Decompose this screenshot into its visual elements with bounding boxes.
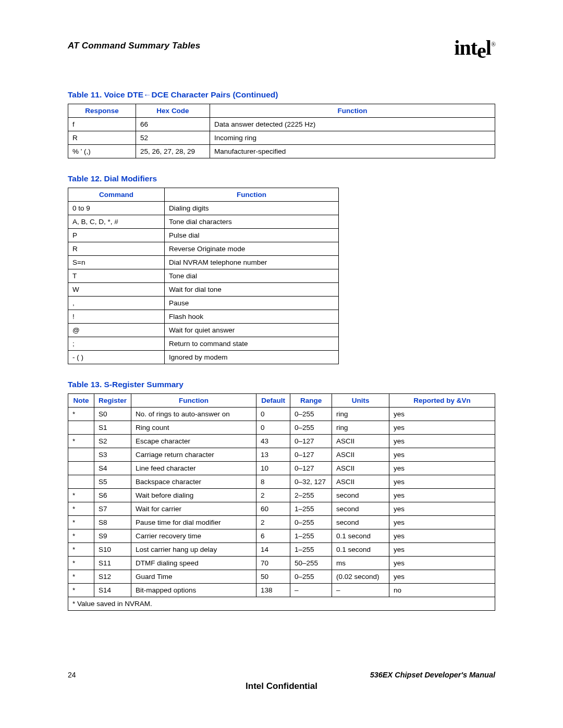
cell-hex: 25, 26, 27, 28, 29 bbox=[136, 145, 210, 158]
cell-units: second bbox=[332, 516, 389, 529]
cell-register: S14 bbox=[94, 584, 131, 597]
cell-register: S7 bbox=[94, 502, 131, 516]
cell-reported: yes bbox=[389, 421, 495, 435]
cell-note: * bbox=[68, 529, 94, 543]
cell-units: (0.02 second) bbox=[332, 570, 389, 584]
page-footer: 24 536EX Chipset Developer's Manual Inte… bbox=[68, 671, 495, 692]
cell-units: ring bbox=[332, 408, 389, 421]
col-reported: Reported by &Vn bbox=[389, 394, 495, 408]
cell-note: * bbox=[68, 557, 94, 570]
cell-note: * bbox=[68, 435, 94, 448]
confidential-label: Intel Confidential bbox=[68, 681, 495, 692]
table-row: *S11DTMF dialing speed7050–255msyes bbox=[68, 557, 495, 570]
table-row: S1Ring count00–255ringyes bbox=[68, 421, 495, 435]
cell-register: S11 bbox=[94, 557, 131, 570]
cell-hex: 52 bbox=[136, 131, 210, 145]
table-row: *S8Pause time for dial modifier20–255sec… bbox=[68, 516, 495, 529]
cell-register: S2 bbox=[94, 435, 131, 448]
table-row: RReverse Originate mode bbox=[68, 242, 339, 256]
section-title: AT Command Summary Tables bbox=[68, 41, 200, 51]
doc-title: 536EX Chipset Developer's Manual bbox=[370, 671, 495, 679]
table-row: @Wait for quiet answer bbox=[68, 324, 339, 337]
cell-register: S0 bbox=[94, 408, 131, 421]
cell-function: Tone dial bbox=[165, 269, 339, 283]
table-row: *S14Bit-mapped options138––no bbox=[68, 584, 495, 597]
cell-command: - ( ) bbox=[68, 351, 165, 364]
cell-note: * bbox=[68, 516, 94, 529]
cell-note bbox=[68, 448, 94, 462]
table-row: R52Incoming ring bbox=[68, 131, 495, 145]
cell-response: R bbox=[68, 131, 136, 145]
cell-default: 13 bbox=[256, 448, 290, 462]
cell-function: Return to command state bbox=[165, 337, 339, 351]
cell-function: Ring count bbox=[131, 421, 256, 435]
table-row: *S10Lost carrier hang up delay141–2550.1… bbox=[68, 543, 495, 557]
cell-reported: yes bbox=[389, 435, 495, 448]
cell-response: f bbox=[68, 118, 136, 131]
cell-reported: no bbox=[389, 584, 495, 597]
table11: Response Hex Code Function f66Data answe… bbox=[68, 104, 495, 158]
cell-units: – bbox=[332, 584, 389, 597]
cell-function: Bit-mapped options bbox=[131, 584, 256, 597]
table-row: 0 to 9Dialing digits bbox=[68, 202, 339, 215]
table-header-row: Response Hex Code Function bbox=[68, 104, 495, 118]
cell-command: T bbox=[68, 269, 165, 283]
table13-caption: Table 13. S-Register Summary bbox=[68, 380, 495, 389]
cell-range: – bbox=[290, 584, 332, 597]
cell-command: R bbox=[68, 242, 165, 256]
cell-function: Backspace character bbox=[131, 475, 256, 489]
cell-command: , bbox=[68, 297, 165, 310]
cell-range: 0–127 bbox=[290, 462, 332, 475]
table13-footnote: * Value saved in NVRAM. bbox=[68, 597, 495, 611]
cell-units: 0.1 second bbox=[332, 529, 389, 543]
cell-reported: yes bbox=[389, 557, 495, 570]
cell-units: ms bbox=[332, 557, 389, 570]
col-command: Command bbox=[68, 188, 165, 202]
cell-range: 0–255 bbox=[290, 408, 332, 421]
cell-reported: yes bbox=[389, 475, 495, 489]
table13: Note Register Function Default Range Uni… bbox=[68, 393, 495, 611]
cell-reported: yes bbox=[389, 489, 495, 502]
cell-range: 0–255 bbox=[290, 516, 332, 529]
cell-note: * bbox=[68, 489, 94, 502]
cell-note bbox=[68, 462, 94, 475]
cell-function: Flash hook bbox=[165, 310, 339, 324]
cell-response: % ' (,) bbox=[68, 145, 136, 158]
cell-units: ASCII bbox=[332, 448, 389, 462]
table-row: S5Backspace character80–32, 127ASCIIyes bbox=[68, 475, 495, 489]
cell-function: Pulse dial bbox=[165, 229, 339, 242]
cell-note: * bbox=[68, 543, 94, 557]
table-row: *S7Wait for carrier601–255secondyes bbox=[68, 502, 495, 516]
cell-function: Pause time for dial modifier bbox=[131, 516, 256, 529]
cell-reported: yes bbox=[389, 448, 495, 462]
cell-units: ring bbox=[332, 421, 389, 435]
table-row: PPulse dial bbox=[68, 229, 339, 242]
cell-default: 10 bbox=[256, 462, 290, 475]
cell-range: 50–255 bbox=[290, 557, 332, 570]
cell-note: * bbox=[68, 408, 94, 421]
cell-default: 2 bbox=[256, 516, 290, 529]
cell-register: S9 bbox=[94, 529, 131, 543]
cell-function: Pause bbox=[165, 297, 339, 310]
table-header-row: Note Register Function Default Range Uni… bbox=[68, 394, 495, 408]
table-row: S3Carriage return character130–127ASCIIy… bbox=[68, 448, 495, 462]
cell-reported: yes bbox=[389, 502, 495, 516]
table-row: f66Data answer detected (2225 Hz) bbox=[68, 118, 495, 131]
cell-register: S6 bbox=[94, 489, 131, 502]
cell-reported: yes bbox=[389, 529, 495, 543]
col-hex: Hex Code bbox=[136, 104, 210, 118]
table-row: ,Pause bbox=[68, 297, 339, 310]
cell-units: 0.1 second bbox=[332, 543, 389, 557]
cell-default: 50 bbox=[256, 570, 290, 584]
cell-range: 1–255 bbox=[290, 543, 332, 557]
col-function: Function bbox=[165, 188, 339, 202]
page-number: 24 bbox=[68, 671, 76, 679]
cell-reported: yes bbox=[389, 543, 495, 557]
table-row: *S9Carrier recovery time61–2550.1 second… bbox=[68, 529, 495, 543]
cell-default: 70 bbox=[256, 557, 290, 570]
cell-default: 0 bbox=[256, 421, 290, 435]
cell-function: Wait for dial tone bbox=[165, 283, 339, 297]
table-row: !Flash hook bbox=[68, 310, 339, 324]
cell-command: A, B, C, D, *, # bbox=[68, 215, 165, 229]
table-row: - ( )Ignored by modem bbox=[68, 351, 339, 364]
